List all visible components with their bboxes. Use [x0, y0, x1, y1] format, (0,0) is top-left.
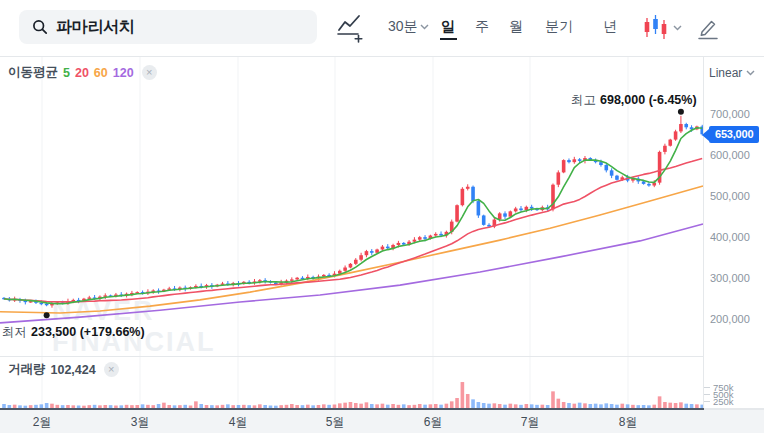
chevron-down-icon	[673, 25, 682, 31]
month-label: 4월	[220, 414, 256, 431]
ma-legend-title: 이동평균	[8, 64, 58, 81]
ma-period-120: 120	[113, 66, 134, 80]
toolbar-divider	[0, 56, 764, 57]
scale-label: Linear	[709, 66, 742, 80]
line-chart-add-icon[interactable]	[337, 13, 364, 43]
volume-value: 102,424	[51, 363, 96, 377]
stock-chart-app: NAVER FINANCIAL 2월3월4월5월6월7월8월 파마리서치 30분…	[0, 0, 764, 433]
volume-axis-tick	[704, 394, 710, 395]
search-value: 파마리서치	[56, 17, 135, 38]
volume-title: 거래량	[8, 361, 46, 378]
tab-month[interactable]: 월	[509, 18, 523, 36]
active-tab-underline	[440, 38, 457, 40]
price-axis-label: 200,000	[710, 313, 750, 325]
price-axis-label: 400,000	[710, 231, 750, 243]
search-icon	[32, 19, 48, 35]
scale-selector[interactable]: Linear	[709, 66, 755, 80]
low-price-annotation: 최저233,500 (+179.66%)	[2, 324, 145, 341]
month-label: 6월	[415, 414, 451, 431]
close-icon[interactable]: ×	[142, 65, 157, 80]
month-label: 2월	[24, 414, 60, 431]
draw-pencil-icon[interactable]	[697, 15, 719, 40]
volume-legend: 거래량 102,424 ×	[8, 361, 119, 378]
month-label: 3월	[122, 414, 158, 431]
ma-period-20: 20	[75, 66, 89, 80]
ma-period-5: 5	[63, 66, 70, 80]
month-label: 8월	[610, 414, 646, 431]
tab-quarter[interactable]: 분기	[545, 18, 573, 36]
price-axis-label: 300,000	[710, 272, 750, 284]
chevron-down-icon	[746, 70, 755, 76]
price-axis-label: 700,000	[710, 108, 750, 120]
price-axis-label: 500,000	[710, 190, 750, 202]
stock-search-input[interactable]: 파마리서치	[19, 10, 317, 44]
month-label: 7월	[512, 414, 548, 431]
ma-period-60: 60	[94, 66, 108, 80]
close-icon[interactable]: ×	[104, 362, 119, 377]
time-axis-strip[interactable]: 2월3월4월5월6월7월8월	[0, 410, 764, 433]
candle-chart-type-icon[interactable]	[643, 13, 668, 41]
month-label: 5월	[317, 414, 353, 431]
tab-week[interactable]: 주	[475, 18, 489, 36]
moving-average-legend: 이동평균 5 20 60 120 ×	[8, 64, 157, 81]
tab-30min[interactable]: 30분	[388, 18, 418, 36]
volume-pane-separator	[0, 356, 703, 357]
volume-axis-tick	[704, 401, 710, 402]
current-price-badge: 653,000	[709, 126, 759, 143]
volume-axis-tick	[704, 387, 710, 388]
toolbar: 파마리서치 30분 일 주 월 분기 년	[0, 0, 764, 56]
tab-year[interactable]: 년	[603, 18, 617, 36]
axis-gutter-border	[703, 57, 704, 409]
tab-day[interactable]: 일	[441, 18, 455, 36]
chevron-down-icon	[420, 24, 429, 30]
high-price-annotation: 최고698,000 (-6.45%)	[571, 92, 697, 109]
price-axis-label: 600,000	[710, 149, 750, 161]
volume-axis-label: 250k	[713, 398, 734, 405]
